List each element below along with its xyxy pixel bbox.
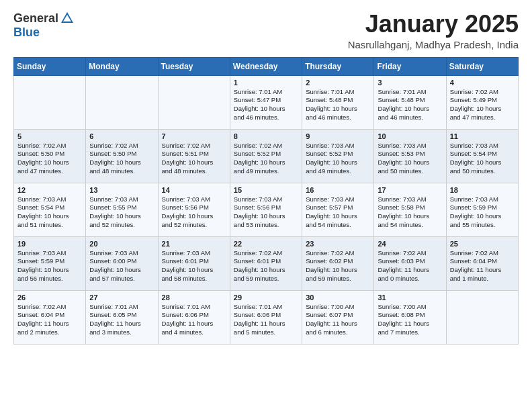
weekday-header-friday: Friday [374,57,446,75]
day-number: 1 [234,79,298,87]
day-info: Sunrise: 7:02 AM Sunset: 5:51 PM Dayligh… [162,142,226,176]
day-info: Sunrise: 7:03 AM Sunset: 5:54 PM Dayligh… [450,142,515,176]
day-info: Sunrise: 7:01 AM Sunset: 5:47 PM Dayligh… [234,88,298,122]
day-cell: 15Sunrise: 7:03 AM Sunset: 5:56 PM Dayli… [230,183,302,236]
day-number: 16 [306,186,370,194]
day-number: 13 [89,186,154,194]
day-cell: 19Sunrise: 7:03 AM Sunset: 5:59 PM Dayli… [14,236,86,290]
day-info: Sunrise: 7:01 AM Sunset: 5:48 PM Dayligh… [378,88,442,122]
day-number: 9 [306,132,370,140]
day-cell: 8Sunrise: 7:02 AM Sunset: 5:52 PM Daylig… [230,129,302,183]
day-cell: 11Sunrise: 7:03 AM Sunset: 5:54 PM Dayli… [446,129,518,183]
weekday-header-wednesday: Wednesday [230,57,302,75]
weekday-header-thursday: Thursday [302,57,374,75]
day-number: 14 [162,186,226,194]
weekday-header-tuesday: Tuesday [158,57,230,75]
day-number: 26 [17,293,82,302]
header: General Blue January 2025 Nasrullahganj,… [13,11,519,50]
day-cell: 4Sunrise: 7:02 AM Sunset: 5:49 PM Daylig… [446,75,518,129]
day-cell: 14Sunrise: 7:03 AM Sunset: 5:56 PM Dayli… [158,183,230,236]
day-number: 30 [306,293,370,302]
day-number: 19 [17,240,82,248]
day-cell: 29Sunrise: 7:01 AM Sunset: 6:06 PM Dayli… [230,290,302,344]
day-info: Sunrise: 7:01 AM Sunset: 6:06 PM Dayligh… [234,303,298,337]
day-number: 3 [378,79,442,87]
day-cell: 1Sunrise: 7:01 AM Sunset: 5:47 PM Daylig… [230,75,302,129]
week-row-2: 5Sunrise: 7:02 AM Sunset: 5:50 PM Daylig… [14,129,519,183]
day-cell: 22Sunrise: 7:02 AM Sunset: 6:01 PM Dayli… [230,236,302,290]
calendar-table: SundayMondayTuesdayWednesdayThursdayFrid… [13,57,519,345]
day-number: 12 [17,186,82,194]
day-cell: 5Sunrise: 7:02 AM Sunset: 5:50 PM Daylig… [14,129,86,183]
day-info: Sunrise: 7:03 AM Sunset: 5:55 PM Dayligh… [89,195,154,230]
day-info: Sunrise: 7:02 AM Sunset: 6:02 PM Dayligh… [306,249,370,283]
day-info: Sunrise: 7:01 AM Sunset: 6:06 PM Dayligh… [162,303,226,337]
day-info: Sunrise: 7:03 AM Sunset: 5:52 PM Dayligh… [306,142,370,176]
day-info: Sunrise: 7:02 AM Sunset: 5:49 PM Dayligh… [450,88,515,122]
weekday-header-row: SundayMondayTuesdayWednesdayThursdayFrid… [14,57,519,75]
day-number: 29 [234,293,298,302]
day-number: 20 [89,240,154,248]
day-cell: 9Sunrise: 7:03 AM Sunset: 5:52 PM Daylig… [302,129,374,183]
day-info: Sunrise: 7:02 AM Sunset: 5:50 PM Dayligh… [89,142,154,176]
day-number: 11 [450,132,515,140]
day-cell: 18Sunrise: 7:03 AM Sunset: 5:59 PM Dayli… [446,183,518,236]
day-number: 8 [234,132,298,140]
week-row-3: 12Sunrise: 7:03 AM Sunset: 5:54 PM Dayli… [14,183,519,236]
day-cell: 26Sunrise: 7:02 AM Sunset: 6:04 PM Dayli… [14,290,86,344]
calendar-location: Nasrullahganj, Madhya Pradesh, India [348,39,519,50]
day-cell: 24Sunrise: 7:02 AM Sunset: 6:03 PM Dayli… [374,236,446,290]
day-cell: 28Sunrise: 7:01 AM Sunset: 6:06 PM Dayli… [158,290,230,344]
day-cell [86,75,158,129]
week-row-1: 1Sunrise: 7:01 AM Sunset: 5:47 PM Daylig… [14,75,519,129]
day-cell: 21Sunrise: 7:03 AM Sunset: 6:01 PM Dayli… [158,236,230,290]
day-number: 31 [378,293,442,302]
day-number: 5 [17,132,82,140]
logo-blue-text: Blue [13,26,40,40]
day-number: 2 [306,79,370,87]
weekday-header-monday: Monday [86,57,158,75]
day-cell: 31Sunrise: 7:00 AM Sunset: 6:08 PM Dayli… [374,290,446,344]
day-number: 28 [162,293,226,302]
day-cell: 30Sunrise: 7:00 AM Sunset: 6:07 PM Dayli… [302,290,374,344]
day-info: Sunrise: 7:03 AM Sunset: 5:53 PM Dayligh… [378,142,442,176]
day-number: 24 [378,240,442,248]
day-number: 25 [450,240,515,248]
weekday-header-sunday: Sunday [14,57,86,75]
calendar-title: January 2025 [348,11,519,38]
day-info: Sunrise: 7:01 AM Sunset: 5:48 PM Dayligh… [306,88,370,122]
day-info: Sunrise: 7:02 AM Sunset: 6:01 PM Dayligh… [234,249,298,283]
day-cell [14,75,86,129]
day-info: Sunrise: 7:03 AM Sunset: 5:58 PM Dayligh… [378,195,442,230]
day-number: 23 [306,240,370,248]
day-cell: 27Sunrise: 7:01 AM Sunset: 6:05 PM Dayli… [86,290,158,344]
day-cell: 13Sunrise: 7:03 AM Sunset: 5:55 PM Dayli… [86,183,158,236]
day-info: Sunrise: 7:03 AM Sunset: 5:59 PM Dayligh… [450,195,515,230]
day-info: Sunrise: 7:03 AM Sunset: 5:56 PM Dayligh… [234,195,298,230]
day-info: Sunrise: 7:02 AM Sunset: 6:03 PM Dayligh… [378,249,442,283]
day-number: 4 [450,79,515,87]
day-number: 27 [89,293,154,302]
day-cell: 2Sunrise: 7:01 AM Sunset: 5:48 PM Daylig… [302,75,374,129]
day-info: Sunrise: 7:02 AM Sunset: 6:04 PM Dayligh… [450,249,515,283]
day-cell: 16Sunrise: 7:03 AM Sunset: 5:57 PM Dayli… [302,183,374,236]
day-cell: 3Sunrise: 7:01 AM Sunset: 5:48 PM Daylig… [374,75,446,129]
day-number: 10 [378,132,442,140]
day-cell: 23Sunrise: 7:02 AM Sunset: 6:02 PM Dayli… [302,236,374,290]
day-info: Sunrise: 7:03 AM Sunset: 5:54 PM Dayligh… [17,195,82,230]
day-number: 17 [378,186,442,194]
day-number: 15 [234,186,298,194]
page: General Blue January 2025 Nasrullahganj,… [0,0,532,355]
week-row-5: 26Sunrise: 7:02 AM Sunset: 6:04 PM Dayli… [14,290,519,344]
day-info: Sunrise: 7:03 AM Sunset: 6:00 PM Dayligh… [89,249,154,283]
day-number: 18 [450,186,515,194]
title-block: January 2025 Nasrullahganj, Madhya Prade… [348,11,519,50]
day-info: Sunrise: 7:03 AM Sunset: 6:01 PM Dayligh… [162,249,226,283]
day-cell: 10Sunrise: 7:03 AM Sunset: 5:53 PM Dayli… [374,129,446,183]
logo: General Blue [13,11,75,40]
day-number: 21 [162,240,226,248]
day-cell: 25Sunrise: 7:02 AM Sunset: 6:04 PM Dayli… [446,236,518,290]
day-info: Sunrise: 7:03 AM Sunset: 5:57 PM Dayligh… [306,195,370,230]
day-number: 7 [162,132,226,140]
day-cell: 12Sunrise: 7:03 AM Sunset: 5:54 PM Dayli… [14,183,86,236]
